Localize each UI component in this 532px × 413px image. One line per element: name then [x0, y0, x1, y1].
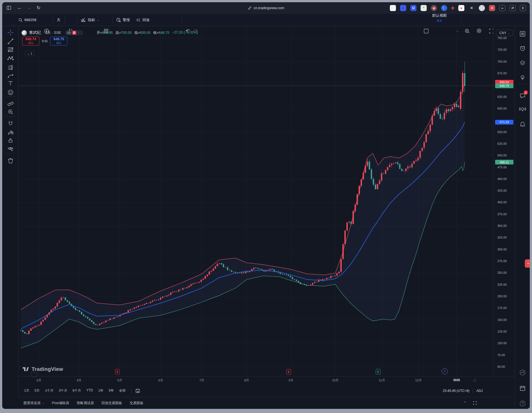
- clock[interactable]: 23:45:45 (UTC+8): [443, 389, 469, 393]
- prediction-tool[interactable]: [6, 63, 15, 72]
- symbol-name[interactable]: 寒武纪: [29, 30, 41, 35]
- month-label[interactable]: 9月: [283, 378, 299, 382]
- save-label[interactable]: 保存: [437, 19, 442, 22]
- calendar-icon[interactable]: [519, 384, 526, 392]
- goto-date-icon[interactable]: [135, 388, 140, 393]
- currency-selector[interactable]: CNY ⌄: [496, 30, 513, 36]
- ruler-tool[interactable]: [6, 99, 15, 107]
- magnet-tool[interactable]: [6, 119, 15, 128]
- pattern-tool[interactable]: [6, 54, 15, 63]
- delayed-badge[interactable]: D: [72, 31, 76, 35]
- fib-tool[interactable]: [6, 45, 15, 54]
- price-tick: 125.00: [497, 330, 507, 333]
- event-flash-badge[interactable]: ⚡: [442, 368, 448, 374]
- hide-drawings-tool[interactable]: [6, 145, 15, 153]
- month-label[interactable]: 2025: [448, 378, 465, 382]
- brush-tool[interactable]: [6, 71, 15, 80]
- month-label[interactable]: 6月: [152, 378, 169, 382]
- sell-button[interactable]: 648.74卖出: [22, 37, 39, 45]
- view-menu[interactable]: 默认视图 保存: [432, 14, 447, 26]
- crosshair-tool[interactable]: [6, 28, 15, 37]
- lock-all-tool[interactable]: [6, 136, 15, 145]
- month-label[interactable]: 4月: [71, 378, 87, 382]
- notes-extension-icon[interactable]: [390, 5, 396, 11]
- back-button[interactable]: ←: [16, 5, 24, 11]
- panel-collapse-icon[interactable]: ⌃: [464, 401, 467, 405]
- bottom-tab[interactable]: Pine编辑器: [52, 401, 69, 406]
- month-label[interactable]: 10月: [327, 378, 344, 382]
- scissors-extension-icon[interactable]: ×: [469, 5, 475, 11]
- switch-extension-icon[interactable]: ⇄: [510, 5, 516, 11]
- gauge-icon[interactable]: [519, 369, 526, 376]
- range-button[interactable]: YTD: [86, 388, 93, 393]
- adj-toggle[interactable]: ADJ: [476, 389, 483, 393]
- symbol-meta[interactable]: · 1天 · SSE: [43, 30, 61, 35]
- range-button[interactable]: 5天: [35, 388, 40, 393]
- month-label[interactable]: 8月: [238, 378, 255, 382]
- bottom-tab[interactable]: 策略测试器: [77, 401, 94, 406]
- remove-drawings-tool[interactable]: [6, 156, 15, 165]
- alerts-button[interactable]: 警报: [116, 14, 130, 26]
- bottom-tab[interactable]: 交易面板: [130, 401, 144, 406]
- month-label[interactable]: 5月: [111, 378, 128, 382]
- zoom-in-tool[interactable]: [6, 108, 15, 116]
- notifications-bell-icon[interactable]: [519, 120, 526, 128]
- price-tick: 725.00: [497, 48, 507, 51]
- range-button[interactable]: 1年: [98, 388, 103, 393]
- indicators-button[interactable]: 指标 ⌄: [81, 14, 99, 26]
- knot-extension-icon[interactable]: *: [421, 5, 427, 11]
- layers-icon[interactable]: [519, 59, 526, 67]
- range-button[interactable]: 1天: [24, 388, 29, 393]
- drawing-lock-tool[interactable]: [6, 128, 15, 136]
- price-chart[interactable]: [19, 26, 493, 376]
- time-axis[interactable]: [19, 376, 515, 384]
- paint-extension-icon[interactable]: ●: [458, 5, 464, 11]
- alerts-panel-icon[interactable]: [519, 45, 526, 52]
- streams-icon[interactable]: [519, 106, 526, 113]
- object-tree-collapse[interactable]: ⌄ 1: [25, 51, 34, 56]
- earnings-badge[interactable]: E: [115, 369, 120, 374]
- shield-extension-icon[interactable]: U: [410, 5, 416, 11]
- pause-icon[interactable]: –: [67, 31, 71, 34]
- text-tool[interactable]: [6, 79, 15, 88]
- cookie-extension-icon[interactable]: [479, 5, 485, 11]
- split-extension-icon[interactable]: ‖: [520, 5, 526, 11]
- sidebar-toggle-icon[interactable]: [6, 5, 12, 11]
- dot-extension-icon[interactable]: [451, 7, 454, 9]
- help-icon[interactable]: [519, 400, 526, 407]
- goggles-extension-icon[interactable]: ∞: [499, 5, 505, 11]
- symbol-search[interactable]: 688256: [18, 14, 36, 26]
- range-button[interactable]: 1个月: [45, 388, 53, 393]
- forward-button[interactable]: →: [25, 5, 33, 11]
- month-label[interactable]: 11月: [374, 378, 390, 382]
- time-axis-settings-icon[interactable]: ⬡: [473, 379, 476, 382]
- range-button[interactable]: 3个月: [59, 388, 67, 393]
- range-button[interactable]: 全部: [119, 388, 126, 393]
- scroll-to-recent-icon[interactable]: [31, 372, 37, 377]
- interval-button[interactable]: 天: [57, 14, 60, 26]
- earnings-badge[interactable]: E: [376, 369, 380, 374]
- address-bar[interactable]: cn.tradingview.com: [248, 2, 284, 14]
- panel-maximize-icon[interactable]: [473, 401, 477, 405]
- range-button[interactable]: 5年: [109, 388, 114, 393]
- range-button[interactable]: 6个月: [73, 388, 81, 393]
- grid-extension-icon[interactable]: #: [489, 5, 495, 11]
- media-extension-icon[interactable]: ∩: [400, 5, 406, 11]
- buy-button[interactable]: 648.75买入: [50, 37, 67, 45]
- ohlc-item: 开=675.95: [97, 31, 113, 35]
- owl-extension-icon[interactable]: ◉: [431, 5, 437, 11]
- emoji-tool[interactable]: [6, 88, 15, 97]
- month-label[interactable]: 12月: [410, 378, 427, 382]
- bottom-tab[interactable]: 股票筛选器 ⌄: [23, 401, 44, 406]
- replay-button[interactable]: 回放: [136, 14, 150, 26]
- ideas-icon[interactable]: [519, 74, 526, 82]
- reload-button[interactable]: ↻: [34, 5, 43, 11]
- bottom-tab[interactable]: 回放交易面板: [101, 401, 122, 406]
- month-label[interactable]: 3月: [30, 378, 47, 382]
- watchlist-icon[interactable]: [519, 30, 526, 38]
- trendline-tool[interactable]: [6, 37, 15, 45]
- month-label[interactable]: 7月: [193, 378, 210, 382]
- moon-extension-icon[interactable]: ☾: [441, 5, 447, 11]
- earnings-badge[interactable]: E: [286, 369, 291, 374]
- promo-icon[interactable]: ✦: [525, 259, 530, 268]
